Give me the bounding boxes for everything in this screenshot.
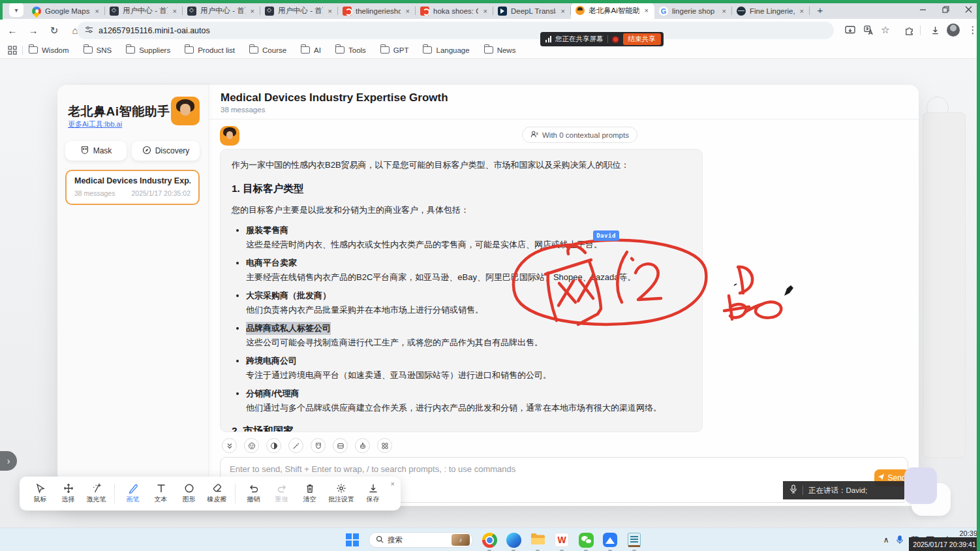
taskbar-notepad[interactable] [626,532,642,548]
tab-user-center-1[interactable]: 用户中心 - 首页 × [105,3,183,19]
tab-close-icon[interactable]: × [799,7,805,15]
apps-grid-icon[interactable] [8,46,17,55]
tool-eraser[interactable]: 橡皮擦 [203,483,231,504]
tool-annotation-settings[interactable]: 批注设置 [324,483,359,504]
message-avatar [220,126,239,146]
tab-search-button[interactable]: ▾ [9,3,23,17]
discovery-button[interactable]: Discovery [132,141,200,161]
plugins-grid-icon[interactable] [377,438,392,453]
share-border-right [977,0,980,551]
forward-button[interactable]: → [25,22,42,39]
bookmark-ai[interactable]: AI [301,46,321,54]
taskbar-file-explorer[interactable] [530,532,545,548]
taskbar-wps[interactable]: W [554,532,570,548]
floating-widget-purple[interactable] [904,467,937,504]
taskbar-search[interactable]: 搜索 ♪ [369,532,473,548]
bookmark-news[interactable]: News [484,46,516,54]
user-center-favicon [110,7,119,16]
reload-button[interactable]: ↻ [46,22,63,39]
bookmark-suppliers[interactable]: Suppliers [126,46,170,54]
tool-select[interactable]: 选择 [54,483,82,504]
more-tools-link[interactable]: 更多Ai工具:lbb.ai [68,119,122,129]
tray-microphone-icon[interactable] [896,535,904,544]
bookmark-wisdom[interactable]: Wisdom [29,46,69,54]
screen: ▾ Google Maps × 用户中心 - 首页 × 用户中心 - 首页 × … [0,0,980,551]
mask-icon [80,146,89,157]
tab-close-icon[interactable]: × [327,7,333,15]
theme-icon[interactable] [266,438,281,453]
tab-thelingerieshop[interactable]: thelingerieshop × [338,3,416,19]
bookmark-star-icon[interactable]: ☆ [877,22,894,39]
message-intro: 作为一家中国的性感内衣B2B贸易商，以下是您可能的目标客户类型、市场和国家以及采… [232,159,691,172]
profile-avatar[interactable] [945,22,962,39]
toolbar-close-icon[interactable]: × [391,480,395,488]
bookmark-gpt[interactable]: GPT [380,46,409,54]
folder-icon [185,46,194,54]
contextual-prompts-pill[interactable]: With 0 contextual prompts [522,127,637,143]
tab-close-icon[interactable]: × [643,7,650,14]
list-item: 品牌商或私人标签公司这些公司可能会寻找制造商进行代工生产，或将您的产品作为其自有… [246,322,691,349]
tool-mouse[interactable]: 鼠标 [26,483,54,504]
tab-close-icon[interactable]: × [721,7,727,15]
clear-context-icon[interactable] [333,438,348,453]
url-bar[interactable]: a12657915116.mini1-oai.autos [77,22,834,39]
mask-small-icon[interactable] [311,438,326,453]
tool-pen-active[interactable]: 画笔 [119,483,147,504]
bookmark-tools[interactable]: Tools [335,46,366,54]
tool-clear[interactable]: 清空 [296,483,324,504]
tool-undo[interactable]: 撤销 [239,483,268,504]
tool-text[interactable]: 文本 [147,483,175,504]
tray-clock[interactable]: 20:39 [959,528,977,538]
mask-button[interactable]: Mask [65,141,127,161]
prompt-wand-icon[interactable] [288,438,303,453]
tab-hoka-shoes[interactable]: hoka shoes: Ove × [416,3,493,19]
tab-close-icon[interactable]: × [560,7,566,15]
windows-logo-icon [346,533,359,546]
tray-chevron-icon[interactable]: ∧ [883,535,889,544]
deepl-favicon [498,7,507,16]
chat-list-item-selected[interactable]: Medical Devices Industry Exp... 38 messa… [65,170,200,205]
tab-lingerie-search[interactable]: G lingerie shop - G × [654,3,732,19]
tab-deepl[interactable]: DeepL Translate: × [493,3,571,19]
folder-icon [423,46,432,54]
bookmark-product-list[interactable]: Product list [185,46,235,54]
tab-close-icon[interactable]: × [405,7,411,15]
folder-icon [126,46,135,54]
model-robot-icon[interactable] [355,438,370,453]
share-banner-text: 您正在共享屏幕 [555,35,604,44]
tool-shape[interactable]: 图形 [175,483,203,504]
datetime-tooltip: 2025/01/17 20:39:41 [909,537,980,551]
back-button[interactable]: ← [4,22,21,39]
tab-google-maps[interactable]: Google Maps × [27,3,105,19]
scroll-down-icon[interactable] [222,438,237,453]
bookmark-language[interactable]: Language [423,46,469,54]
start-button[interactable] [345,532,360,548]
tool-save[interactable]: 保存 [359,483,387,504]
tab-ai-assistant-active[interactable]: 老北鼻Ai智能助手 × [571,2,654,19]
extensions-icon[interactable] [900,22,917,39]
tab-user-center-2[interactable]: 用户中心 - 首页 × [183,3,260,19]
stop-sharing-button[interactable]: 结束共享 [623,33,661,45]
tab-fine-lingerie[interactable]: Fine Lingerie, Sle × [732,3,810,19]
emoji-icon[interactable] [244,438,259,453]
bookmark-sns[interactable]: SNS [84,46,112,54]
folder-icon [380,46,390,54]
taskbar-wechat[interactable] [578,532,594,548]
cast-icon[interactable] [842,22,859,39]
tab-close-icon[interactable]: × [172,7,178,15]
tab-close-icon[interactable]: × [482,7,489,15]
taskbar-edge[interactable] [506,532,521,548]
download-icon[interactable] [926,22,943,39]
taskbar-chrome[interactable] [482,532,497,548]
folder-icon [29,46,38,54]
chevron-right-icon: › [7,456,10,466]
discovery-icon [142,146,151,157]
tool-laser-pen[interactable]: 激光笔 [82,483,110,504]
tab-close-icon[interactable]: × [94,7,100,15]
tab-close-icon[interactable]: × [249,7,256,15]
new-tab-button[interactable]: + [812,2,828,18]
bookmark-course[interactable]: Course [249,46,286,54]
taskbar-meeting-app[interactable] [602,532,618,548]
tab-user-center-3[interactable]: 用户中心 - 首页 × [260,3,338,19]
translate-icon[interactable] [860,22,877,39]
